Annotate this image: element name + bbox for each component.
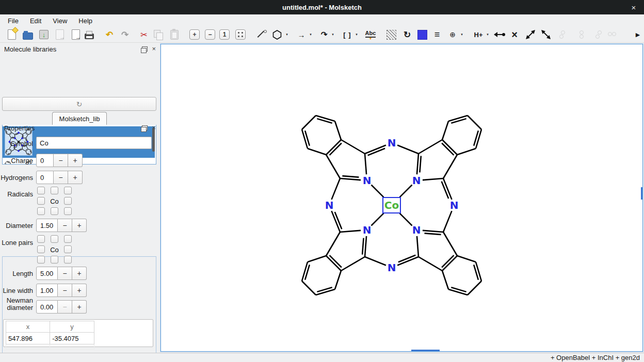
newman-diameter-label: Newman diameter [0,297,33,311]
lone-pair-checkbox[interactable] [37,235,45,243]
library-float-icon[interactable] [142,46,148,52]
charge-tool-dropdown[interactable]: ▾ [459,32,464,39]
diameter-minus-button[interactable]: − [58,219,72,232]
menu-file[interactable]: File [2,15,24,26]
library-refresh-button[interactable]: ↻ [2,97,156,111]
hydrogens-stepper: 0 − + [36,171,83,184]
lone-pair-checkbox[interactable] [64,245,72,253]
symbol-field[interactable] [36,137,152,149]
bracket-tool-dropdown[interactable]: ▾ [354,32,359,39]
charge-stepper: 0 − + [36,154,83,167]
hydrogens-minus-button[interactable]: − [54,171,68,184]
lone-pair-checkbox[interactable] [51,256,58,264]
window-title: untitled.mol* - Molsketch [282,4,362,11]
open-folder-icon [23,32,33,40]
text-tool-button[interactable]: Abc▾ [364,28,377,41]
export-button[interactable]: → [70,28,82,41]
length-minus-button[interactable]: − [58,267,72,280]
mechanism-arrow-button[interactable]: ↷ [318,28,330,41]
library-panel-title: Molecule libraries [4,45,56,53]
drawing-canvas[interactable]: CoNNNNNNNN [160,44,643,352]
radical-checkbox[interactable] [37,207,45,215]
save-button[interactable]: ↓ [38,28,50,41]
window-close-icon[interactable]: × [629,2,639,12]
length-value[interactable]: 5.00 [36,267,58,280]
import-icon: → [56,29,64,40]
radical-checkbox[interactable] [64,187,72,194]
lone-pair-checkbox[interactable] [37,256,45,264]
radical-checkbox[interactable] [51,187,58,194]
hydrogen-tool-dropdown[interactable]: ▾ [485,32,490,39]
diameter-value[interactable]: 1.50 [36,219,58,232]
cut-button[interactable]: ✂ [138,28,150,41]
canvas-horizontal-scrollbar[interactable] [411,350,440,351]
reaction-arrow-dropdown[interactable]: ▾ [308,32,313,39]
redo-button: ↷ [119,28,131,41]
draw-tool-button[interactable] [255,28,268,41]
zoom-fit-button[interactable] [234,28,247,41]
align-top-icon [559,30,568,39]
ring-tool-button[interactable] [271,28,283,41]
toolbar-expand-button[interactable]: ▶ [632,28,644,41]
radical-checkbox[interactable] [64,197,72,205]
ring-tool-dropdown[interactable]: ▾ [284,32,289,39]
radical-checkbox[interactable] [51,207,58,215]
flip-horizontal-icon [525,29,536,40]
zoom-in-button[interactable]: + [188,28,201,41]
coordinates-table-frame: x y 547.896 -35.4075 [3,319,153,347]
coord-x-value[interactable]: 547.896 [6,333,50,344]
table-row-empty [6,344,153,350]
line-width-minus-button[interactable]: − [58,284,72,297]
new-file-button[interactable] [6,28,18,41]
menu-help[interactable]: Help [73,15,98,26]
charge-value[interactable]: 0 [36,154,54,167]
hydrogens-value[interactable]: 0 [36,171,54,184]
canvas-vertical-scrollbar[interactable] [641,187,642,200]
mechanism-arrow-dropdown[interactable]: ▾ [330,32,335,39]
library-close-icon[interactable]: × [152,46,156,52]
lone-pair-checkbox[interactable] [64,235,72,243]
newman-diameter-value[interactable]: 0.00 [36,300,58,314]
svg-text:N: N [412,174,421,187]
hydrogen-tool-button[interactable]: H+ [472,28,485,41]
properties-close-icon[interactable]: × [152,125,156,130]
bracket-tool-button[interactable]: [ ] [341,28,353,41]
length-plus-button[interactable]: + [72,267,87,280]
svg-text:N: N [363,174,372,187]
rotate-tool-button[interactable]: ↻ [401,28,413,41]
zoom-out-button[interactable]: − [204,28,216,41]
reaction-arrow-button[interactable]: → [295,28,308,41]
charge-tool-button[interactable]: ⊕ [446,28,459,41]
line-width-plus-button[interactable]: + [72,284,87,297]
flip-horizontal-button[interactable] [524,28,537,41]
line-width-button[interactable]: ≡ [431,28,443,41]
title-bar: untitled.mol* - Molsketch × [0,0,644,14]
hatch-tool-button[interactable] [385,28,397,41]
electron-pusher-button[interactable] [493,28,506,41]
save-icon: ↓ [39,30,49,39]
undo-button[interactable]: ↶ [103,28,116,41]
radical-checkbox[interactable] [64,207,72,215]
radical-checkbox[interactable] [37,187,45,194]
lone-pair-checkbox[interactable] [51,235,58,243]
print-button[interactable] [83,28,95,41]
charge-minus-button[interactable]: − [54,154,68,167]
menu-view[interactable]: View [47,15,73,26]
newman-diameter-plus-button[interactable]: + [72,300,87,314]
delete-tool-button[interactable]: × [508,28,521,41]
properties-float-icon[interactable] [142,125,148,130]
menu-edit[interactable]: Edit [24,15,47,26]
flip-vertical-button[interactable] [540,28,552,41]
lone-pair-checkbox[interactable] [64,256,72,264]
molecule-libraries-panel: Molecule libraries × ↻ Molsketch_lib PcC… [0,44,159,120]
zoom-original-button[interactable]: 1 [218,28,231,41]
radical-checkbox[interactable] [37,197,45,205]
color-tool-button[interactable] [416,28,428,41]
diameter-plus-button[interactable]: + [72,219,87,232]
charge-plus-button[interactable]: + [68,154,83,167]
line-width-value[interactable]: 1.00 [36,284,58,297]
hydrogens-plus-button[interactable]: + [68,171,83,184]
lone-pair-checkbox[interactable] [37,245,45,253]
open-file-button[interactable] [22,28,34,41]
coord-y-value[interactable]: -35.4075 [50,333,94,344]
